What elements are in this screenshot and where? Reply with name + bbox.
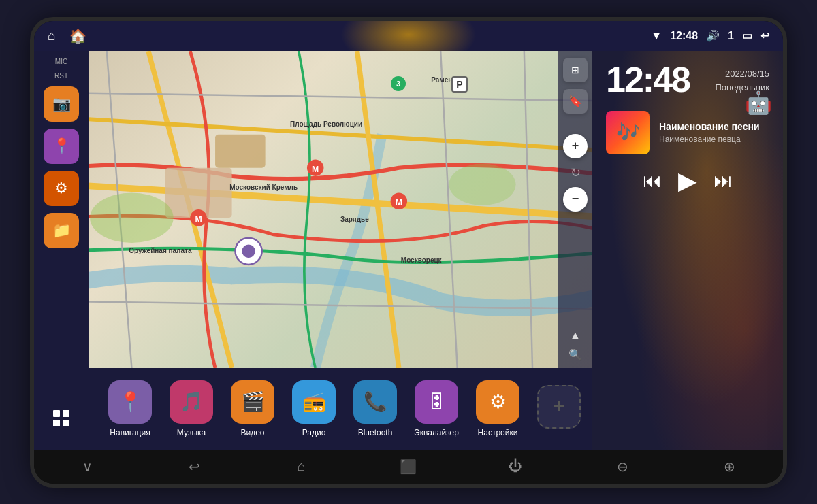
nav-icons-top: ⌂ 🏠 xyxy=(48,28,86,44)
wifi-icon: ▼ xyxy=(651,30,662,42)
zaryadye-label: Зарядье xyxy=(340,216,369,223)
play-btn[interactable]: ▶ xyxy=(678,167,697,195)
svg-rect-0 xyxy=(53,410,60,417)
parking-icon: P xyxy=(451,76,468,93)
main-content: MIC RST 📷 📍 ⚙ 📁 xyxy=(34,51,783,450)
volume-icon: 🔊 xyxy=(706,29,720,42)
clock-status: 12:48 xyxy=(670,30,698,42)
map-badge-3: 3 xyxy=(391,76,406,91)
svg-rect-14 xyxy=(215,134,266,167)
prev-btn[interactable]: ⏮ xyxy=(643,169,662,192)
app-music[interactable]: 🎵 Музыка xyxy=(161,380,222,437)
chevron-down-btn[interactable]: ∨ xyxy=(74,453,101,480)
armory-label: Оружейная палата xyxy=(129,247,191,254)
add-icon: + xyxy=(537,385,581,429)
minus-btn[interactable]: ⊖ xyxy=(609,453,636,480)
song-details: Наименование песни Наименование певца xyxy=(659,121,769,144)
map-container[interactable]: М М М Московский Кремль Оружейная палата… xyxy=(89,51,592,368)
mic-label: MIC xyxy=(55,58,67,65)
revolution-label: Площадь Революции xyxy=(290,120,362,128)
status-bar: ⌂ 🏠 ▼ 12:48 🔊 1 ▭ ↩ xyxy=(34,21,783,51)
sidebar-grid-btn[interactable] xyxy=(44,401,79,436)
app-equalizer[interactable]: 🎛 Эквалайзер xyxy=(406,380,467,437)
app-navigation[interactable]: 📍 Навигация xyxy=(99,380,161,437)
eq-icon: 🎛 xyxy=(415,380,458,424)
album-art: 🎶 xyxy=(606,111,650,154)
bluetooth-icon: 📞 xyxy=(353,380,397,424)
home-btn[interactable]: ⌂ xyxy=(288,453,315,480)
map-search-btn[interactable]: 🔍 xyxy=(568,348,582,361)
sidebar-btn-settings[interactable]: ⚙ xyxy=(44,171,79,206)
status-right-icons: ▼ 12:48 🔊 1 ▭ ↩ xyxy=(651,29,769,42)
svg-rect-1 xyxy=(63,410,69,417)
app-settings[interactable]: ⚙ Настройки xyxy=(467,380,528,437)
radio-icon: 📻 xyxy=(292,380,336,424)
map-rotate-btn[interactable]: ↻ xyxy=(571,165,581,180)
svg-rect-3 xyxy=(63,420,69,426)
app-bluetooth[interactable]: 📞 Bluetooth xyxy=(345,380,406,437)
video-icon: 🎬 xyxy=(231,380,274,424)
sidebar-btn-location[interactable]: 📍 xyxy=(44,129,79,164)
svg-rect-2 xyxy=(53,420,60,426)
kremlin-label: Московский Кремль xyxy=(229,184,298,191)
power-btn[interactable]: ⏻ xyxy=(502,453,529,480)
clock-display: 12:48 xyxy=(606,62,690,97)
back-btn[interactable]: ↩ xyxy=(181,453,208,480)
map-zoom-in[interactable]: + xyxy=(563,134,588,158)
app-add[interactable]: + xyxy=(528,385,590,433)
home-filled-icon[interactable]: 🏠 xyxy=(69,28,86,44)
map-grid-btn[interactable]: ⊞ xyxy=(563,58,588,82)
music-section: 🎶 Наименование песни Наименование певца … xyxy=(592,103,783,450)
sidebar-btn-camera[interactable]: 📷 xyxy=(44,86,79,122)
app-video[interactable]: 🎬 Видео xyxy=(222,380,283,437)
nav-label: Навигация xyxy=(110,428,150,437)
map-zoom-out[interactable]: − xyxy=(563,187,588,212)
app-radio[interactable]: 📻 Радио xyxy=(283,380,345,437)
moscow-river-label: Москворецк xyxy=(401,256,442,264)
svg-point-24 xyxy=(242,244,255,258)
svg-point-16 xyxy=(449,163,515,205)
map-background: М М М Московский Кремль Оружейная палата… xyxy=(89,51,592,368)
map-bookmark-btn[interactable]: 🔖 xyxy=(563,89,588,114)
settings-label: Настройки xyxy=(478,428,518,437)
nav-icon: 📍 xyxy=(108,380,152,424)
next-btn[interactable]: ⏭ xyxy=(714,169,733,192)
svg-text:М: М xyxy=(312,164,319,173)
sidebar-btn-folder[interactable]: 📁 xyxy=(44,213,79,248)
video-label: Видео xyxy=(240,428,264,437)
svg-text:М: М xyxy=(195,214,202,224)
clock-time: 12:48 xyxy=(606,62,690,97)
music-info: 🎶 Наименование песни Наименование певца xyxy=(606,111,769,154)
apps-bar: 📍 Навигация 🎵 Музыка 🎬 Видео 📻 Радио 📞 xyxy=(89,368,592,450)
rst-label: RST xyxy=(54,72,68,80)
svg-line-9 xyxy=(89,93,592,101)
settings-icon: ⚙ xyxy=(476,380,519,424)
sidebar: MIC RST 📷 📍 ⚙ 📁 xyxy=(34,51,89,450)
center-panel: М М М Московский Кремль Оружейная палата… xyxy=(89,51,592,450)
plus-btn[interactable]: ⊕ xyxy=(716,453,743,480)
song-artist: Наименование певца xyxy=(659,135,769,144)
svg-text:М: М xyxy=(396,197,402,207)
svg-point-15 xyxy=(90,192,174,243)
device-frame: ⌂ 🏠 ▼ 12:48 🔊 1 ▭ ↩ MIC RST 📷 📍 ⚙ 📁 xyxy=(34,21,783,484)
battery-icon: ▭ xyxy=(742,29,752,42)
music-controls: ⏮ ▶ ⏭ xyxy=(606,161,769,201)
bluetooth-label: Bluetooth xyxy=(358,428,393,437)
map-side-controls: ⊞ 🔖 + ↻ − ▲ 🔍 xyxy=(558,51,592,368)
right-panel: 12:48 2022/08/15 Понедельник 🤖 🎶 Наимено… xyxy=(592,51,783,450)
volume-level: 1 xyxy=(728,30,734,42)
music-label: Музыка xyxy=(177,428,206,437)
back-icon[interactable]: ↩ xyxy=(760,29,769,42)
home-outline-icon[interactable]: ⌂ xyxy=(48,28,56,44)
song-title: Наименование песни xyxy=(659,121,769,132)
eq-label: Эквалайзер xyxy=(414,428,459,437)
music-icon: 🎵 xyxy=(170,380,213,424)
recents-btn[interactable]: ⬛ xyxy=(395,453,422,480)
bottom-nav: ∨ ↩ ⌂ ⬛ ⏻ ⊖ ⊕ xyxy=(34,450,783,484)
map-compass-btn[interactable]: ▲ xyxy=(570,329,581,341)
radio-label: Радио xyxy=(302,428,326,437)
